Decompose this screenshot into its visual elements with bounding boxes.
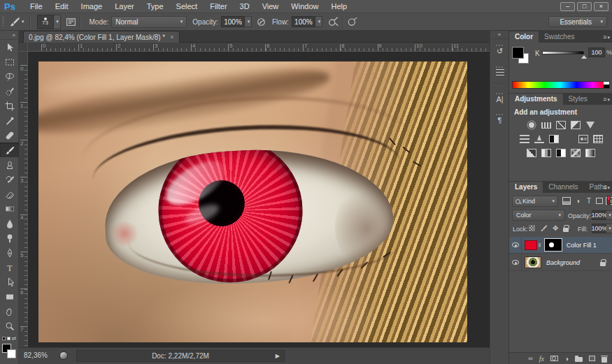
layer-filter-select[interactable]: Kind ▾ <box>512 196 558 207</box>
menu-image[interactable]: Image <box>75 0 109 13</box>
rectangle-tool[interactable] <box>0 289 19 304</box>
history-panel-button[interactable]: ↺ <box>490 39 509 60</box>
panel-menu-icon[interactable]: ≡ <box>603 96 610 103</box>
background-color-swatch[interactable] <box>7 349 16 358</box>
photo-filter-button[interactable] <box>564 135 574 143</box>
default-colors-row[interactable]: ⇄ <box>0 333 18 343</box>
rectangular-marquee-tool[interactable] <box>0 54 19 69</box>
fill-dropdown-button[interactable]: ▾ <box>606 224 612 233</box>
airbrush-toggle-button[interactable] <box>328 16 339 27</box>
horizontal-ruler[interactable]: 0 1 2 3 4 5 6 7 8 9 10 11 <box>28 43 490 52</box>
tab-adjustments[interactable]: Adjustments <box>509 94 563 105</box>
flow-dropdown-button[interactable]: ▾ <box>315 16 322 27</box>
new-adjustment-layer-button[interactable]: ◑ <box>564 355 569 363</box>
options-grip[interactable] <box>2 17 4 27</box>
channel-mixer-button[interactable] <box>578 135 588 143</box>
color-fill-thumbnail[interactable] <box>525 240 537 250</box>
eyedropper-tool[interactable] <box>0 113 19 128</box>
levels-button[interactable] <box>541 122 551 129</box>
menu-type[interactable]: Type <box>141 0 170 13</box>
character-panel-button[interactable]: A| <box>490 87 509 108</box>
layer-name[interactable]: Background <box>546 259 580 266</box>
close-button[interactable]: × <box>594 2 609 11</box>
shape-filter-icon[interactable] <box>596 198 603 204</box>
menu-3d[interactable]: 3D <box>234 0 256 13</box>
dodge-tool[interactable] <box>0 231 19 245</box>
menu-select[interactable]: Select <box>170 0 204 13</box>
quick-selection-tool[interactable] <box>0 84 19 99</box>
document-tab[interactable]: 0.jpg @ 82,4% (Color Fill 1, Layer Mask/… <box>23 31 180 43</box>
add-layer-mask-button[interactable] <box>550 356 558 361</box>
selective-color-button[interactable] <box>571 149 581 157</box>
layer-row-color-fill[interactable]: ∞ Color Fill 1 <box>509 237 612 254</box>
tab-styles[interactable]: Styles <box>563 94 593 105</box>
vertical-ruler[interactable]: 0 1 2 3 4 5 6 7 <box>19 52 28 347</box>
filter-on-off-switch[interactable] <box>607 196 611 205</box>
opacity-dropdown-button[interactable]: ▾ <box>606 210 612 220</box>
visibility-cell[interactable] <box>509 237 522 254</box>
exposure-button[interactable] <box>571 121 581 129</box>
toggle-brush-panel-button[interactable] <box>66 17 76 27</box>
layer-style-button[interactable]: fx <box>539 355 544 363</box>
paragraph-panel-button[interactable]: ¶ <box>490 108 509 129</box>
lock-pixels-brush-icon[interactable] <box>540 224 548 232</box>
crop-tool[interactable] <box>0 99 19 113</box>
layer-opacity-input[interactable]: 100% <box>592 210 607 220</box>
clone-stamp-tool[interactable] <box>0 157 19 172</box>
gradient-map-button[interactable] <box>585 149 595 157</box>
brush-preset-dropdown-button[interactable]: ▾ <box>54 15 61 29</box>
workspace-select[interactable]: Essentials ▾ <box>548 16 607 27</box>
brightness-contrast-button[interactable] <box>527 121 536 129</box>
black-white-button[interactable] <box>549 135 559 143</box>
tab-layers[interactable]: Layers <box>509 182 543 193</box>
pressure-opacity-button[interactable] <box>256 17 266 27</box>
history-brush-tool[interactable] <box>0 172 19 187</box>
threshold-button[interactable] <box>556 149 566 157</box>
color-lookup-button[interactable] <box>593 135 603 143</box>
zoom-level[interactable]: 82,36% <box>24 351 48 359</box>
layer-blend-mode-select[interactable]: Color ▾ <box>512 210 565 221</box>
image-eye-photo[interactable] <box>38 61 467 342</box>
lock-position-icon[interactable]: ✥ <box>553 225 558 232</box>
type-filter-icon[interactable]: T <box>585 197 593 205</box>
curves-button[interactable] <box>556 121 566 129</box>
layer-name[interactable]: Color Fill 1 <box>567 242 597 249</box>
path-selection-tool[interactable] <box>0 275 19 289</box>
canvas[interactable] <box>28 52 490 347</box>
delete-layer-button[interactable] <box>602 355 607 363</box>
link-layers-icon[interactable]: ∞ <box>528 355 532 362</box>
blend-mode-select[interactable]: Normal ▾ <box>111 16 187 28</box>
menu-filter[interactable]: Filter <box>204 0 233 13</box>
status-menu-arrow-icon[interactable]: ▶ <box>276 353 280 359</box>
vibrance-button[interactable] <box>585 121 595 129</box>
opacity-input[interactable]: 100% <box>221 16 245 27</box>
menu-layer[interactable]: Layer <box>108 0 141 13</box>
eraser-tool[interactable] <box>0 187 19 201</box>
maximize-button[interactable]: □ <box>577 2 592 11</box>
spot-healing-brush-tool[interactable] <box>0 128 19 143</box>
layer-mask-thumbnail[interactable] <box>545 239 562 251</box>
layer-fill-input[interactable]: 100% <box>592 224 607 233</box>
k-value-input[interactable]: 100 <box>588 48 605 57</box>
brush-tool[interactable] <box>0 143 19 157</box>
close-tab-icon[interactable]: × <box>170 34 173 41</box>
swap-colors-icon[interactable]: ⇄ <box>12 335 17 342</box>
k-channel-slider[interactable] <box>542 51 584 54</box>
panel-menu-icon[interactable]: ≡ <box>603 34 610 41</box>
lasso-tool[interactable] <box>0 69 19 84</box>
lock-all-icon[interactable] <box>563 228 569 232</box>
menu-window[interactable]: Window <box>285 0 325 13</box>
toolbar-collapse-button[interactable]: » <box>0 31 18 40</box>
ruler-origin-button[interactable] <box>19 43 28 52</box>
expand-dock-button[interactable]: « <box>490 31 508 39</box>
slider-marker-icon[interactable] <box>581 55 587 59</box>
layer-row-background[interactable]: Background <box>509 254 612 271</box>
black-swatch[interactable] <box>604 85 609 88</box>
tab-color[interactable]: Color <box>509 31 539 43</box>
hand-tool[interactable] <box>0 304 19 319</box>
opacity-dropdown-button[interactable]: ▾ <box>245 16 252 27</box>
gradient-tool[interactable] <box>0 201 19 216</box>
document-size-box[interactable]: Doc: 2,22M/2,72M ▶ <box>76 350 285 362</box>
lock-transparency-icon[interactable] <box>529 225 535 231</box>
move-tool[interactable] <box>0 40 19 54</box>
